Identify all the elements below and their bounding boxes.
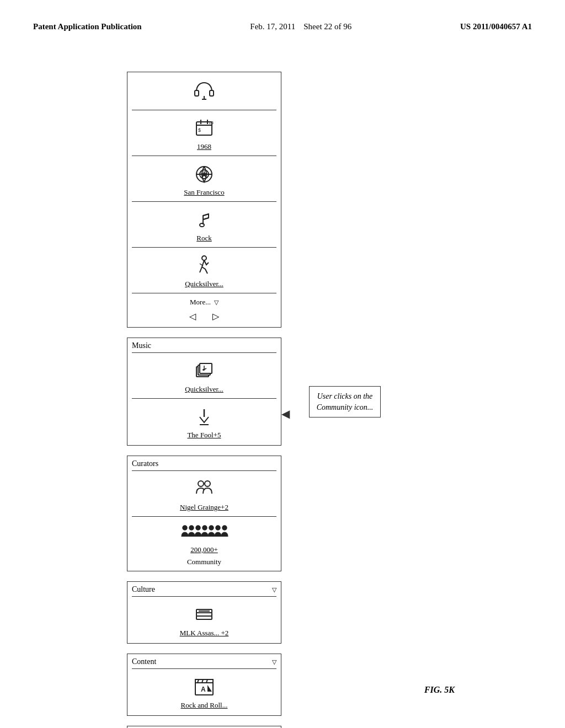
svg-line-17	[203, 218, 209, 220]
more-row[interactable]: More... ▽	[132, 296, 276, 309]
more-label: More...	[190, 298, 211, 307]
tooltip-arrow-icon: ◀	[281, 407, 290, 420]
svg-point-27	[189, 526, 194, 530]
panel-culture: Culture ▽ MLK Assas... +2	[127, 581, 281, 644]
nav-row: ◁ ▷	[132, 309, 276, 324]
tooltip-box: User clicks on the Community icon...	[309, 386, 381, 417]
quicksilver-label: Quicksilver...	[185, 280, 223, 288]
rockandroll-label: Rock and Roll...	[181, 701, 228, 710]
rock-row: Rock	[132, 204, 276, 245]
svg-text:$: $	[198, 127, 201, 133]
culture-header[interactable]: Culture ▽	[132, 585, 276, 594]
svg-line-16	[203, 214, 209, 216]
svg-point-28	[196, 526, 200, 530]
person-running-icon	[188, 252, 221, 280]
curators-title: Curators	[132, 459, 158, 468]
curators-header: Curators	[132, 459, 276, 468]
community-row[interactable]: 200,000+	[132, 519, 276, 556]
content-header[interactable]: Content ▽	[132, 657, 276, 666]
rock-label: Rock	[196, 234, 211, 243]
header-left: Patent Application Publication	[33, 22, 142, 31]
mlk-label: MLK Assas... +2	[180, 629, 229, 638]
music-title: Music	[132, 341, 151, 350]
nigel-label: Nigel Grainge+2	[180, 503, 228, 512]
thefool-row: The Fool+5	[132, 401, 276, 442]
tooltip-text: User clicks on the Community icon...	[317, 392, 374, 411]
panel-curators: Curators Nigel Grainge+2	[127, 456, 281, 571]
content-arrow[interactable]: ▽	[272, 659, 276, 666]
nav-left-arrow[interactable]: ◁	[189, 311, 196, 322]
svg-point-30	[209, 526, 214, 530]
svg-point-32	[222, 526, 227, 530]
year-row: 15 $ 1968	[132, 113, 276, 153]
book-stack-icon	[188, 601, 221, 629]
header-center: Feb. 17, 2011 Sheet 22 of 96	[250, 22, 351, 31]
panel-content: Content ▽ A	[127, 654, 281, 716]
culture-title: Culture	[132, 585, 155, 594]
music-header: Music	[132, 341, 276, 350]
mlk-row: MLK Assas... +2	[132, 599, 276, 640]
thefool-label: The Fool+5	[187, 431, 221, 440]
more-arrow: ▽	[214, 299, 218, 306]
header-right: US 2011/0040657 A1	[460, 22, 532, 31]
year-label: 1968	[197, 142, 211, 151]
music-quicksilver-row: Quicksilver...	[132, 355, 276, 396]
film-icon: A	[188, 673, 221, 701]
quicksilver-row: Quicksilver...	[132, 250, 276, 291]
sanfrancisco-label: San Francisco	[184, 188, 224, 197]
svg-rect-1	[210, 90, 214, 96]
page-header: Patent Application Publication Feb. 17, …	[0, 22, 565, 31]
sanfrancisco-row: San Francisco	[132, 158, 276, 199]
nav-right-arrow[interactable]: ▷	[212, 311, 219, 322]
culture-arrow[interactable]: ▽	[272, 586, 276, 593]
svg-point-25	[205, 481, 210, 486]
figure-label: FIG. 5K	[424, 685, 455, 695]
panel-top-card: 15 $ 1968 San Francisco	[127, 72, 281, 328]
svg-rect-0	[195, 90, 199, 96]
svg-text:A: A	[201, 686, 206, 693]
svg-point-26	[183, 526, 187, 530]
community-text: Community	[132, 556, 276, 568]
content-title: Content	[132, 657, 156, 666]
panel-shopping: Shopping ▽ amazon.com 35 results	[127, 726, 281, 728]
nigel-row: Nigel Grainge+2	[132, 473, 276, 514]
music-quicksilver-label: Quicksilver...	[185, 385, 223, 394]
headphones-icon	[188, 78, 221, 105]
panel-music: Music Quicksilver...	[127, 338, 281, 446]
persons-icon	[188, 475, 221, 503]
svg-text:15: 15	[209, 120, 214, 125]
community-count-label: 200,000+	[190, 545, 218, 554]
svg-point-18	[202, 256, 206, 260]
community-icon[interactable]	[179, 521, 229, 545]
main-content: 15 $ 1968 San Francisco	[127, 72, 281, 728]
calendar-icon: 15 $	[188, 115, 221, 142]
headphones-row	[132, 76, 276, 108]
music-note-icon	[188, 206, 221, 234]
svg-point-24	[198, 481, 204, 486]
svg-rect-34	[196, 616, 212, 619]
svg-point-29	[202, 526, 207, 530]
svg-point-22	[202, 369, 205, 371]
rockandroll-row: A Rock and Roll...	[132, 671, 276, 712]
globe-icon	[188, 160, 221, 188]
album-arrow-icon	[188, 403, 221, 431]
svg-point-31	[216, 526, 220, 530]
album-icon	[188, 357, 221, 385]
